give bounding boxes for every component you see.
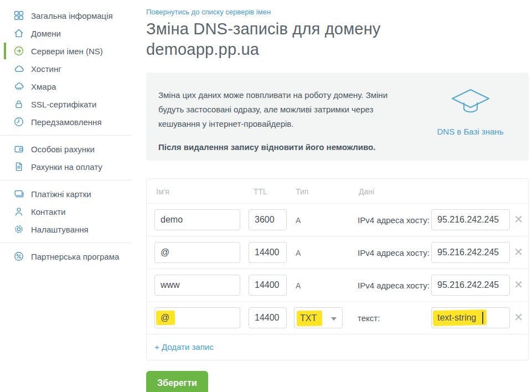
sidebar-divider xyxy=(0,135,131,136)
dns-record-row: A IPv4 адреса хосту: ✕ xyxy=(147,203,528,236)
record-data-label: IPv4 адреса хосту: xyxy=(358,281,430,290)
record-name-input[interactable] xyxy=(154,209,240,230)
user-icon xyxy=(13,206,24,217)
record-name-input[interactable] xyxy=(154,275,240,296)
record-value-input[interactable] xyxy=(431,242,510,263)
sidebar-divider xyxy=(0,243,131,243)
record-type-text: A xyxy=(296,216,301,225)
record-ttl-input[interactable] xyxy=(249,307,287,328)
column-header-ttl: TTL xyxy=(254,187,267,196)
sidebar-item-cloud[interactable]: Хмара xyxy=(0,78,131,95)
close-icon[interactable]: ✕ xyxy=(514,246,523,258)
sidebar-item-general-info[interactable]: Загальна інформація xyxy=(0,7,131,24)
sidebar-item-settings[interactable]: Налаштування xyxy=(0,220,131,238)
knowledge-base-block: DNS в Базі знань xyxy=(412,73,529,161)
sidebar-divider xyxy=(0,180,131,180)
page-title: Зміна DNS-записів для доменуdemoapp.pp.u… xyxy=(146,19,529,60)
record-ttl-input[interactable] xyxy=(249,242,287,263)
arrow-circle-icon xyxy=(13,45,24,56)
add-record-link[interactable]: + Додати запис xyxy=(154,342,214,352)
sidebar-item-label: Хостинг xyxy=(31,64,61,74)
page-title-line1: Зміна DNS-записів для домену xyxy=(146,20,381,38)
record-type-value: TXT xyxy=(300,313,317,323)
record-name-input[interactable] xyxy=(154,242,240,263)
sidebar-item-hosting[interactable]: Хостинг xyxy=(0,60,131,78)
cards-icon xyxy=(13,188,24,199)
sidebar-item-preorder[interactable]: Передзамовлення xyxy=(0,113,131,131)
sidebar-item-name-servers[interactable]: Сервери імен (NS) xyxy=(0,42,131,60)
close-icon[interactable]: ✕ xyxy=(514,213,523,225)
kb-link[interactable]: DNS в Базі знань xyxy=(437,127,504,136)
sidebar: Загальна інформація Домени Сервери імен … xyxy=(0,0,131,265)
clock-icon xyxy=(13,116,24,127)
record-value-input[interactable] xyxy=(431,275,510,296)
lock-icon xyxy=(13,99,24,110)
cloud-icon xyxy=(13,63,24,74)
sidebar-item-label: Рахунки на оплату xyxy=(31,162,102,172)
invoice-icon xyxy=(13,161,24,172)
graduation-cap-icon xyxy=(451,88,490,121)
record-type-text: A xyxy=(296,281,301,290)
record-value-input[interactable] xyxy=(431,209,510,230)
column-header-name: Ім'я xyxy=(156,187,169,196)
wallet-icon xyxy=(13,143,24,154)
sidebar-item-ssl[interactable]: SSL-сертифікати xyxy=(0,95,131,113)
page-title-domain: demoapp.pp.ua xyxy=(146,40,259,58)
dns-record-row: A IPv4 адреса хосту: ✕ xyxy=(147,269,528,301)
home-icon xyxy=(13,28,24,39)
record-type-select[interactable]: TXT xyxy=(294,307,343,328)
column-header-data: Дані xyxy=(359,187,374,196)
dns-record-row: A IPv4 адреса хосту: ✕ xyxy=(147,236,528,269)
sidebar-item-label: Партнерська програма xyxy=(31,252,119,261)
record-data-label: IPv4 адреса хосту: xyxy=(358,248,430,257)
dns-records-table: Ім'я TTL Тип Дані A IPv4 адреса хосту: ✕… xyxy=(146,178,529,360)
chevron-down-icon xyxy=(331,317,337,321)
sidebar-item-label: Загальна інформація xyxy=(31,11,113,20)
sidebar-item-label: Сервери імен (NS) xyxy=(31,47,103,56)
column-header-type: Тип xyxy=(296,187,308,196)
notice-box: Зміна цих даних може повпливати на робот… xyxy=(146,73,529,161)
sidebar-item-domains[interactable]: Домени xyxy=(0,24,131,42)
sidebar-item-invoices[interactable]: Рахунки на оплату xyxy=(0,158,131,176)
sidebar-item-label: Хмара xyxy=(31,82,56,91)
text-caret xyxy=(482,312,483,324)
sidebar-item-label: SSL-сертифікати xyxy=(31,100,96,109)
sidebar-item-label: Передзамовлення xyxy=(31,117,102,127)
main-content: Повернутись до списку серверів імен Змін… xyxy=(146,0,529,392)
sidebar-item-label: Платіжні картки xyxy=(31,189,91,199)
notice-warning: Після видалення запису відновити його не… xyxy=(158,140,406,154)
sidebar-item-personal-accounts[interactable]: Особові рахунки xyxy=(0,140,131,158)
table-header: Ім'я TTL Тип Дані xyxy=(147,179,528,203)
record-ttl-input[interactable] xyxy=(249,275,287,296)
grid-icon xyxy=(13,10,24,21)
sidebar-item-contacts[interactable]: Контакти xyxy=(0,203,131,220)
close-icon[interactable]: ✕ xyxy=(514,278,523,291)
percent-circle-icon xyxy=(13,251,24,262)
record-data-label: IPv4 адреса хосту: xyxy=(358,215,430,225)
sidebar-item-label: Налаштування xyxy=(31,225,89,234)
record-name-input[interactable] xyxy=(154,307,240,328)
sidebar-item-label: Домени xyxy=(31,29,61,38)
sidebar-item-partner-program[interactable]: Партнерська програма xyxy=(0,247,131,265)
cloud-servers-icon xyxy=(13,81,24,92)
save-button[interactable]: Зберегти xyxy=(146,371,208,392)
record-value-input[interactable] xyxy=(431,307,510,328)
record-type-text: A xyxy=(296,249,301,257)
notice-text: Зміна цих даних може повпливати на робот… xyxy=(146,73,412,161)
sidebar-item-label: Контакти xyxy=(31,207,65,216)
sidebar-item-payment-cards[interactable]: Платіжні картки xyxy=(0,185,131,203)
add-record-row: + Додати запис xyxy=(147,334,528,360)
notice-paragraph: Зміна цих даних може повпливати на робот… xyxy=(158,88,406,131)
sidebar-item-label: Особові рахунки xyxy=(31,145,95,154)
dns-record-row: TXT текст: ✕ xyxy=(147,301,528,334)
record-data-label: текст: xyxy=(358,313,380,323)
record-ttl-input[interactable] xyxy=(249,209,287,230)
gear-icon xyxy=(13,224,24,235)
back-link[interactable]: Повернутись до списку серверів імен xyxy=(146,8,271,16)
close-icon[interactable]: ✕ xyxy=(514,311,523,323)
